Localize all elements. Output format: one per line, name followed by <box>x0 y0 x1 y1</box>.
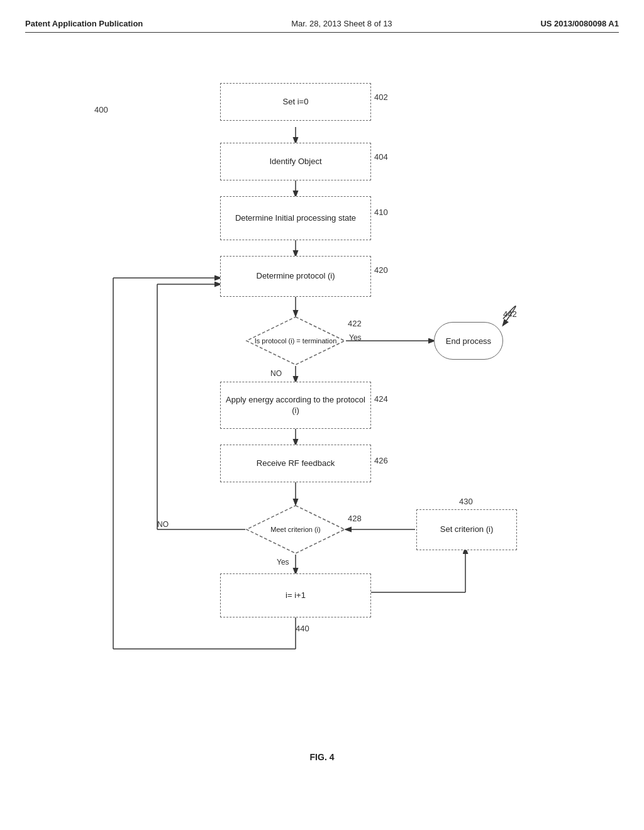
yes-label-1: Yes <box>349 333 362 342</box>
node-440-label: 440 <box>296 624 309 633</box>
node-424-label: 424 <box>374 394 388 404</box>
header-right: US 2013/0080098 A1 <box>540 19 619 28</box>
set-criterion-box: Set criterion (i) <box>416 509 517 550</box>
header-center: Mar. 28, 2013 Sheet 8 of 13 <box>291 19 392 28</box>
node-428-label: 428 <box>348 514 362 523</box>
meet-criterion-diamond: Meet criterion (i) <box>245 504 346 555</box>
identify-object-box: Identify Object <box>220 143 371 180</box>
node-402-label: 402 <box>374 92 388 102</box>
figure-caption: FIG. 4 <box>310 752 335 762</box>
node-442-label: 442 <box>503 309 517 319</box>
determine-initial-box: Determine Initial processing state <box>220 196 371 240</box>
node-404-label: 404 <box>374 152 388 162</box>
header-left: Patent Application Publication <box>25 19 143 28</box>
node-426-label: 426 <box>374 456 388 465</box>
no-label-1: NO <box>270 369 282 378</box>
no-label-2: NO <box>157 520 169 529</box>
determine-protocol-box: Determine protocol (i) <box>220 256 371 297</box>
is-protocol-diamond: Is protocol (i) = termination <box>245 316 346 366</box>
yes-label-2: Yes <box>277 558 289 567</box>
set-i0-box: Set i=0 <box>220 83 371 121</box>
node-410-label: 410 <box>374 208 388 217</box>
i-increment-box: i= i+1 <box>220 573 371 617</box>
end-process-box: End process <box>434 322 503 360</box>
node-420-label: 420 <box>374 265 388 275</box>
node-422-label: 422 <box>348 319 362 328</box>
node-430-label: 430 <box>459 497 473 506</box>
receive-rf-box: Receive RF feedback <box>220 445 371 482</box>
node-400-label: 400 <box>94 105 108 114</box>
apply-energy-box: Apply energy according to the protocol (… <box>220 382 371 429</box>
